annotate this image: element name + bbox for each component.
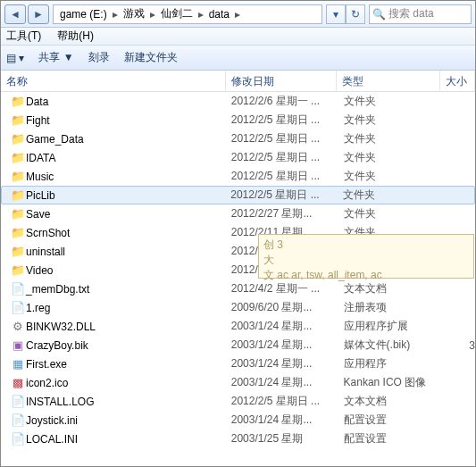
file-name: Save xyxy=(26,208,50,221)
file-date: 2012/2/27 星期... xyxy=(231,206,344,221)
ico-icon: ▩ xyxy=(10,376,26,389)
file-date: 2012/2/6 星期一 ... xyxy=(231,94,344,109)
file-name: icon2.ico xyxy=(26,377,68,389)
folder-icon: 📁 xyxy=(10,170,26,183)
file-type: 应用程序 xyxy=(344,356,449,371)
file-row[interactable]: 📄Joystick.ini2003/1/24 星期...配置设置 xyxy=(1,411,475,429)
file-type: 文件夹 xyxy=(344,150,449,165)
folder-icon: 📁 xyxy=(10,226,26,239)
file-row[interactable]: 📁Game_Data2012/2/5 星期日 ...文件夹 xyxy=(1,129,475,148)
column-header-name[interactable]: 名称 xyxy=(1,71,226,91)
folder-icon: 📁 xyxy=(10,263,26,277)
file-name: LOCAL.INI xyxy=(26,433,78,446)
file-type: Kankan ICO 图像 xyxy=(344,375,449,390)
file-date: 2012/2/5 星期日 ... xyxy=(231,394,344,409)
breadcrumb-item[interactable]: 仙剑二 xyxy=(158,6,196,21)
file-type: 文件夹 xyxy=(344,113,449,128)
file-type: 文本文档 xyxy=(344,281,449,296)
file-date: 2003/1/24 星期... xyxy=(231,319,344,334)
file-name: 1.reg xyxy=(26,302,50,314)
file-name: Fight xyxy=(26,114,50,127)
nav-back-button[interactable]: ◄ xyxy=(4,4,26,24)
txt-icon: 📄 xyxy=(10,395,26,408)
search-input[interactable]: 🔍 搜索 data xyxy=(369,4,472,24)
file-row[interactable]: 📁Music2012/2/5 星期日 ...文件夹 xyxy=(1,167,475,186)
history-dropdown-button[interactable]: ▾ xyxy=(326,4,346,24)
file-type: 文件夹 xyxy=(344,206,449,221)
file-date: 2003/1/25 星期 xyxy=(231,431,344,446)
file-type: 文件夹 xyxy=(343,188,448,203)
breadcrumb-bar[interactable]: game (E:)▸ 游戏▸ 仙剑二▸ data▸ xyxy=(53,4,322,24)
breadcrumb-item[interactable]: data xyxy=(206,8,232,21)
file-row[interactable]: 📁PicLib2012/2/5 星期日 ...文件夹 xyxy=(1,186,475,204)
folder-icon: 📁 xyxy=(10,132,26,146)
file-date: 2003/1/24 星期... xyxy=(231,338,344,353)
file-type: 配置设置 xyxy=(344,413,449,428)
file-name: CrazyBoy.bik xyxy=(26,339,88,352)
file-date: 2012/2/5 星期日 ... xyxy=(230,188,343,203)
menu-help[interactable]: 帮助(H) xyxy=(57,29,94,44)
file-type: 注册表项 xyxy=(344,300,449,315)
nav-forward-button[interactable]: ► xyxy=(28,4,49,24)
chevron-right-icon: ▸ xyxy=(110,8,121,21)
file-name: Video xyxy=(26,264,53,277)
chevron-right-icon: ▸ xyxy=(147,8,158,21)
breadcrumb-item[interactable]: game (E:) xyxy=(57,8,110,21)
toolbar-burn[interactable]: 刻录 xyxy=(88,50,110,65)
file-name: INSTALL.LOG xyxy=(26,396,94,408)
folder-icon: 📁 xyxy=(10,207,26,221)
file-name: ScrnShot xyxy=(26,227,70,239)
file-row[interactable]: 📄INSTALL.LOG2012/2/5 星期日 ...文本文档 xyxy=(1,392,475,411)
exe-icon: ▦ xyxy=(10,357,26,371)
file-date: 2003/1/24 星期... xyxy=(231,413,344,428)
breadcrumb-item[interactable]: 游戏 xyxy=(121,6,147,21)
folder-icon: 📁 xyxy=(10,95,26,108)
file-name: Joystick.ini xyxy=(26,414,78,427)
toolbar-organize-dropdown[interactable]: ▤ ▾ xyxy=(6,52,24,64)
file-date: 2009/6/20 星期... xyxy=(231,300,344,315)
file-type: 文件夹 xyxy=(344,169,449,184)
file-row[interactable]: 📁Data2012/2/6 星期一 ...文件夹 xyxy=(1,92,475,111)
file-date: 2003/1/24 星期... xyxy=(231,356,344,371)
file-date: 2012/2/5 星期日 ... xyxy=(231,131,344,146)
file-row[interactable]: 📁Fight2012/2/5 星期日 ...文件夹 xyxy=(1,111,475,129)
file-date: 2012/2/5 星期日 ... xyxy=(231,169,344,184)
file-type: 文件夹 xyxy=(344,94,449,109)
file-name: IDATA xyxy=(26,152,56,164)
chevron-right-icon: ▸ xyxy=(232,8,243,21)
menu-tools[interactable]: 工具(T) xyxy=(6,29,41,44)
file-row[interactable]: 📄1.reg2009/6/20 星期...注册表项 xyxy=(1,298,475,317)
file-date: 2012/2/5 星期日 ... xyxy=(231,113,344,128)
file-name: First.exe xyxy=(26,358,67,371)
folder-icon: 📁 xyxy=(10,188,26,202)
search-icon: 🔍 xyxy=(372,8,386,21)
tooltip: 创 3 大 文 ac ar, tsw, all_item, ac xyxy=(258,234,474,279)
folder-icon: 📁 xyxy=(10,113,26,127)
file-type: 文件夹 xyxy=(344,131,449,146)
reg-icon: 📄 xyxy=(10,301,26,314)
refresh-button[interactable]: ↻ xyxy=(346,4,365,24)
file-row[interactable]: ▩icon2.ico2003/1/24 星期...Kankan ICO 图像 xyxy=(1,373,475,392)
column-header-date[interactable]: 修改日期 xyxy=(226,71,337,91)
file-date: 2003/1/24 星期... xyxy=(231,375,344,390)
folder-icon: 📁 xyxy=(10,245,26,258)
file-name: BINKW32.DLL xyxy=(26,321,96,333)
folder-icon: 📁 xyxy=(10,151,26,164)
column-header-row: 名称 修改日期 类型 大小 xyxy=(1,71,475,92)
ini-icon: 📄 xyxy=(10,413,26,427)
ini-icon: 📄 xyxy=(10,432,26,446)
chevron-right-icon: ▸ xyxy=(196,8,206,21)
file-type: 媒体文件(.bik) xyxy=(344,338,449,353)
column-header-size[interactable]: 大小 xyxy=(440,71,475,91)
file-type: 文本文档 xyxy=(344,394,449,409)
file-row[interactable]: 📁Save2012/2/27 星期...文件夹 xyxy=(1,204,475,223)
toolbar-newfolder[interactable]: 新建文件夹 xyxy=(124,50,178,65)
column-header-type[interactable]: 类型 xyxy=(337,71,440,91)
file-row[interactable]: 📁IDATA2012/2/5 星期日 ...文件夹 xyxy=(1,148,475,167)
file-row[interactable]: ▦First.exe2003/1/24 星期...应用程序 xyxy=(1,354,475,373)
file-row[interactable]: 📄LOCAL.INI2003/1/25 星期配置设置 xyxy=(1,429,475,448)
file-row[interactable]: ⚙BINKW32.DLL2003/1/24 星期...应用程序扩展 xyxy=(1,317,475,336)
file-row[interactable]: ▣CrazyBoy.bik2003/1/24 星期...媒体文件(.bik)3 xyxy=(1,336,475,354)
search-placeholder: 搜索 data xyxy=(388,6,434,21)
toolbar-share[interactable]: 共享 ▼ xyxy=(38,50,73,65)
